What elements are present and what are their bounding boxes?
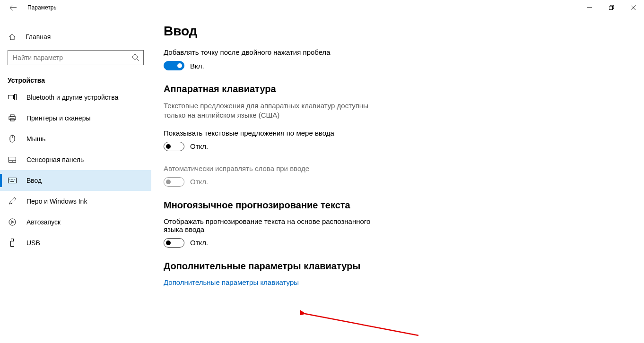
svg-point-14 bbox=[11, 179, 11, 180]
multilingual-header: Многоязычное прогнозирование текста bbox=[164, 200, 644, 211]
autocorrect-label: Автоматически исправлять слова при вводе bbox=[164, 164, 372, 172]
svg-rect-3 bbox=[15, 94, 17, 100]
sidebar-item-touchpad[interactable]: Сенсорная панель bbox=[0, 149, 151, 170]
toggle-state: Откл. bbox=[190, 142, 208, 150]
text-suggestions-toggle[interactable] bbox=[164, 142, 184, 151]
sidebar-item-label: Принтеры и сканеры bbox=[26, 114, 90, 122]
svg-rect-0 bbox=[609, 6, 613, 10]
hardware-keyboard-header: Аппаратная клавиатура bbox=[164, 84, 644, 94]
touchpad-icon bbox=[8, 157, 17, 163]
svg-rect-4 bbox=[10, 115, 14, 117]
svg-point-16 bbox=[14, 179, 14, 180]
maximize-icon bbox=[609, 5, 614, 10]
sidebar-item-pen[interactable]: Перо и Windows Ink bbox=[0, 191, 151, 212]
search-input[interactable] bbox=[13, 54, 127, 61]
maximize-button[interactable] bbox=[600, 0, 622, 15]
titlebar: Параметры bbox=[0, 0, 644, 15]
keyboard-icon bbox=[8, 178, 17, 183]
toggle-state: Откл. bbox=[190, 239, 208, 247]
svg-point-13 bbox=[9, 179, 10, 180]
multilingual-toggle[interactable] bbox=[164, 238, 184, 248]
svg-rect-17 bbox=[10, 181, 14, 182]
minimize-button[interactable] bbox=[579, 0, 600, 15]
back-button[interactable] bbox=[7, 4, 20, 11]
category-header: Устройства bbox=[0, 65, 151, 87]
advanced-keyboard-link[interactable]: Дополнительные параметры клавиатуры bbox=[164, 278, 299, 286]
svg-rect-2 bbox=[9, 95, 14, 99]
svg-rect-20 bbox=[11, 241, 14, 247]
sidebar: Главная Устройства Bluetooth и другие ус… bbox=[0, 15, 151, 343]
minimize-icon bbox=[587, 5, 592, 10]
sidebar-item-printers[interactable]: Принтеры и сканеры bbox=[0, 108, 151, 129]
mouse-icon bbox=[8, 135, 17, 143]
autocorrect-toggle bbox=[164, 177, 184, 187]
autoplay-icon bbox=[8, 218, 17, 226]
sidebar-item-autoplay[interactable]: Автозапуск bbox=[0, 212, 151, 232]
toggle-state: Откл. bbox=[190, 178, 208, 186]
arrow-left-icon bbox=[9, 4, 17, 11]
text-suggestions-label: Показывать текстовые предложения по мере… bbox=[164, 129, 372, 137]
close-icon bbox=[631, 5, 635, 10]
sidebar-item-label: Автозапуск bbox=[26, 218, 61, 226]
sidebar-item-label: Мышь bbox=[26, 135, 45, 143]
advanced-keyboard-header: Дополнительные параметры клавиатуры bbox=[164, 261, 644, 272]
sidebar-item-label: Bluetooth и другие устройства bbox=[26, 94, 118, 101]
sidebar-item-mouse[interactable]: Мышь bbox=[0, 129, 151, 149]
printer-icon bbox=[8, 114, 17, 122]
sidebar-item-label: Сенсорная панель bbox=[26, 156, 84, 163]
content: Ввод Добавлять точку после двойного нажа… bbox=[151, 15, 644, 343]
sidebar-item-bluetooth[interactable]: Bluetooth и другие устройства bbox=[0, 87, 151, 108]
search-box[interactable] bbox=[8, 50, 144, 65]
multilingual-label: Отображать прогнозирование текста на осн… bbox=[164, 217, 372, 233]
devices-icon bbox=[8, 94, 17, 101]
window-controls bbox=[579, 0, 644, 15]
usb-icon bbox=[8, 239, 17, 247]
sidebar-item-label: Ввод bbox=[26, 177, 42, 184]
svg-point-1 bbox=[133, 55, 138, 60]
double-space-period-toggle[interactable] bbox=[164, 61, 184, 70]
svg-rect-12 bbox=[9, 178, 17, 183]
window-title: Параметры bbox=[27, 4, 58, 11]
page-title: Ввод bbox=[164, 24, 644, 39]
sidebar-item-label: Перо и Windows Ink bbox=[26, 197, 87, 205]
svg-rect-19 bbox=[11, 239, 14, 241]
home-nav[interactable]: Главная bbox=[0, 27, 151, 46]
toggle-state: Вкл. bbox=[190, 62, 204, 70]
sidebar-item-typing[interactable]: Ввод bbox=[0, 170, 151, 191]
double-space-period-label: Добавлять точку после двойного нажатия п… bbox=[164, 48, 372, 56]
home-icon bbox=[8, 33, 17, 41]
svg-point-15 bbox=[12, 179, 13, 180]
home-label: Главная bbox=[26, 33, 51, 41]
pen-icon bbox=[8, 197, 17, 205]
svg-rect-5 bbox=[9, 117, 16, 120]
close-button[interactable] bbox=[622, 0, 644, 15]
search-icon bbox=[132, 54, 139, 63]
sidebar-item-label: USB bbox=[26, 239, 40, 247]
hardware-keyboard-desc: Текстовые предложения для аппаратных кла… bbox=[164, 101, 372, 120]
sidebar-item-usb[interactable]: USB bbox=[0, 232, 151, 253]
svg-point-18 bbox=[9, 219, 16, 225]
